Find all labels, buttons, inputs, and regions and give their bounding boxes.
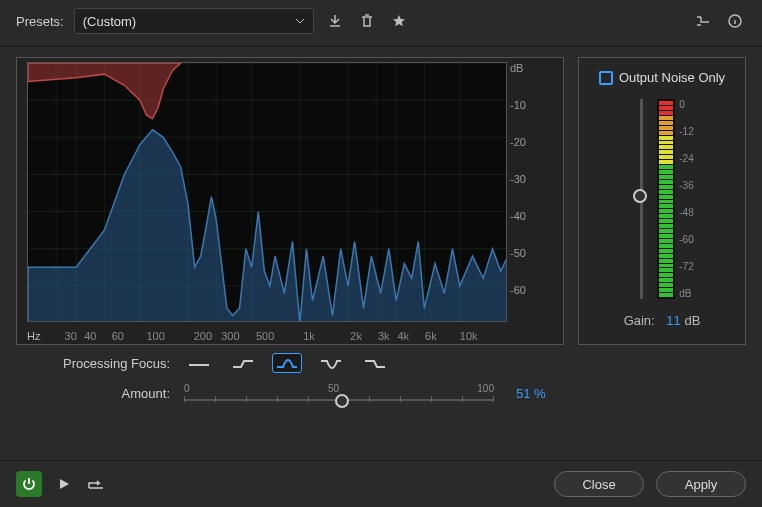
routing-icon[interactable] [692, 10, 714, 32]
output-noise-label: Output Noise Only [619, 70, 725, 85]
info-icon[interactable] [724, 10, 746, 32]
gain-slider-thumb[interactable] [633, 189, 647, 203]
focus-peak[interactable] [272, 353, 302, 373]
favorite-icon[interactable] [388, 10, 410, 32]
presets-dropdown[interactable]: (Custom) [74, 8, 314, 34]
gain-value[interactable]: 11 [666, 313, 680, 328]
presets-label: Presets: [16, 14, 64, 29]
gain-slider[interactable] [640, 99, 643, 299]
processing-focus-label: Processing Focus: [40, 356, 170, 371]
apply-button[interactable]: Apply [656, 471, 746, 497]
gain-readout: Gain: 11 dB [624, 313, 701, 328]
spectrum-graph[interactable] [27, 62, 507, 322]
loop-button[interactable] [86, 474, 106, 494]
focus-lowshelf[interactable] [228, 353, 258, 373]
output-panel: Output Noise Only 0-12-24-36-48-60-72dB … [578, 57, 746, 345]
checkbox-icon [599, 71, 613, 85]
save-preset-icon[interactable] [324, 10, 346, 32]
y-axis-labels: dB-10-20-30-40-50-60 [510, 62, 526, 321]
meter-labels: 0-12-24-36-48-60-72dB [679, 99, 693, 299]
close-button[interactable]: Close [554, 471, 644, 497]
chevron-down-icon [295, 16, 305, 26]
delete-preset-icon[interactable] [356, 10, 378, 32]
spectrum-graph-panel: dB-10-20-30-40-50-60 Hz30406010020030050… [16, 57, 564, 345]
level-meter [657, 99, 675, 299]
presets-value: (Custom) [83, 14, 136, 29]
output-noise-checkbox[interactable]: Output Noise Only [599, 70, 725, 85]
x-axis-labels: Hz3040601002003005001k2k3k4k6k10k [27, 330, 523, 342]
play-button[interactable] [54, 474, 74, 494]
amount-slider-thumb[interactable] [335, 394, 349, 408]
power-toggle[interactable] [16, 471, 42, 497]
amount-slider[interactable]: 0 50 100 [184, 383, 494, 404]
focus-notch[interactable] [316, 353, 346, 373]
amount-label: Amount: [40, 386, 170, 401]
focus-flat[interactable] [184, 353, 214, 373]
amount-value[interactable]: 51 % [516, 386, 546, 401]
focus-highshelf[interactable] [360, 353, 390, 373]
